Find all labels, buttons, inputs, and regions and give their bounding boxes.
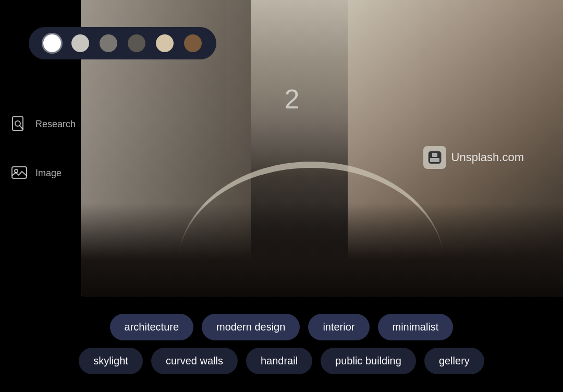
image-icon <box>10 164 28 182</box>
color-toolbar <box>29 27 216 59</box>
sidebar-item-research[interactable]: Research <box>10 115 81 133</box>
color-brown[interactable] <box>184 34 202 52</box>
color-medium-gray[interactable] <box>100 34 117 52</box>
wall-number: 2 <box>285 83 300 115</box>
color-beige[interactable] <box>156 34 174 52</box>
unsplash-text: Unsplash.com <box>451 151 524 164</box>
tag-curved-walls[interactable]: curved walls <box>151 348 238 374</box>
floor-reflection <box>81 203 563 297</box>
svg-rect-0 <box>13 117 23 130</box>
image-label: Image <box>35 168 62 179</box>
tag-gellery[interactable]: gellery <box>424 348 484 374</box>
research-label: Research <box>35 119 76 130</box>
tags-row-1: architecture modern design interior mini… <box>21 314 542 340</box>
color-white[interactable] <box>43 34 61 52</box>
unsplash-icon <box>423 146 446 169</box>
svg-rect-6 <box>432 153 437 157</box>
tag-public-building[interactable]: public building <box>321 348 416 374</box>
tag-skylight[interactable]: skylight <box>79 348 143 374</box>
color-dark-gray[interactable] <box>128 34 145 52</box>
color-light-gray[interactable] <box>71 34 89 52</box>
tag-modern-design[interactable]: modern design <box>202 314 300 340</box>
tag-interior[interactable]: interior <box>308 314 369 340</box>
sidebar-item-image[interactable]: Image <box>10 164 81 182</box>
unsplash-badge: Unsplash.com <box>423 146 524 169</box>
tags-area: architecture modern design interior mini… <box>0 296 563 392</box>
svg-rect-3 <box>12 167 27 178</box>
tag-handrail[interactable]: handrail <box>246 348 312 374</box>
tag-architecture[interactable]: architecture <box>110 314 194 340</box>
tags-row-2: skylight curved walls handrail public bu… <box>21 348 542 374</box>
tag-minimalist[interactable]: minimalist <box>378 314 454 340</box>
research-icon <box>10 115 28 133</box>
svg-point-4 <box>15 169 18 173</box>
svg-rect-7 <box>430 158 439 162</box>
